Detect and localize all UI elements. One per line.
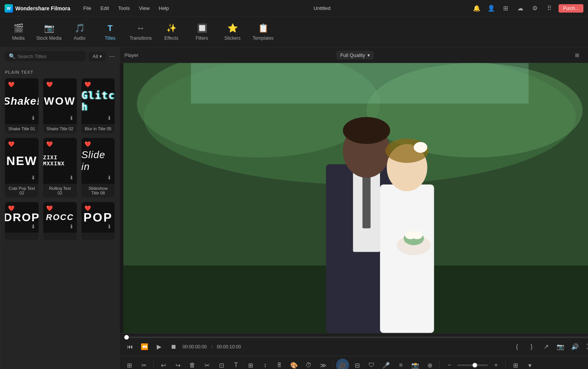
grid-view-button[interactable]: ⊞ xyxy=(509,359,522,369)
title-preview-text: WOW xyxy=(44,95,76,107)
download-icon[interactable]: ⬇ xyxy=(69,115,74,121)
volume-icon[interactable]: 🔊 xyxy=(569,341,581,353)
tab-filters-label: Filters xyxy=(196,36,208,41)
tab-media[interactable]: 🎬 Media xyxy=(3,18,34,46)
title-preview-text: NEW xyxy=(6,154,37,168)
quality-chevron-icon: ▾ xyxy=(367,52,370,58)
zoom-slider[interactable] xyxy=(457,364,488,366)
step-back-button[interactable]: ⏪ xyxy=(139,341,150,353)
player-quality-select[interactable]: Full Quality ▾ xyxy=(336,51,374,60)
download-icon[interactable]: ⬇ xyxy=(107,115,112,121)
trim-button[interactable]: ⊡ xyxy=(215,359,228,369)
download-icon[interactable]: ⬇ xyxy=(107,175,112,181)
select-tool-button[interactable]: ⊞ xyxy=(123,359,136,369)
snapshot-tool-button[interactable]: 📸 xyxy=(409,359,422,369)
progress-bar[interactable] xyxy=(124,337,588,338)
settings-icon[interactable]: ⚙ xyxy=(530,3,540,14)
transform-button[interactable]: ↕ xyxy=(258,359,271,369)
search-input-wrap[interactable]: 🔍 xyxy=(5,51,86,61)
purchase-button[interactable]: Purch... xyxy=(559,4,583,13)
account-icon[interactable]: 👤 xyxy=(486,3,497,14)
search-input[interactable] xyxy=(18,53,82,59)
crop-button[interactable]: ⊞ xyxy=(244,359,257,369)
player-view-icons: ⊞ ⛶ xyxy=(572,50,588,60)
tab-effects[interactable]: ✨ Effects xyxy=(156,18,187,46)
download-icon[interactable]: ⬇ xyxy=(107,223,112,230)
tab-stickers[interactable]: ⭐ Stickers xyxy=(217,18,248,46)
zoom-in-button[interactable]: + xyxy=(489,359,502,369)
zoom-thumb[interactable] xyxy=(473,363,477,367)
audio-icon: 🎵 xyxy=(75,23,85,33)
menu-edit[interactable]: Edit xyxy=(97,4,113,13)
notification-icon[interactable]: 🔔 xyxy=(471,3,482,14)
play-button[interactable]: ▶ xyxy=(153,341,165,353)
undo-button[interactable]: ↩ xyxy=(157,359,170,369)
fullscreen-player-icon[interactable]: ⛶ xyxy=(584,341,588,353)
timer-button[interactable]: ⏱ xyxy=(302,359,315,369)
bracket-right-icon[interactable]: } xyxy=(526,341,537,353)
snapshot-icon[interactable]: 📷 xyxy=(555,341,566,353)
title-card-thumb-shake-02: ❤️ WOW ⬇ xyxy=(43,78,77,124)
cloud-icon[interactable]: ☁ xyxy=(515,3,526,14)
redo-button[interactable]: ↪ xyxy=(171,359,184,369)
title-preview-text: Shake! xyxy=(5,95,39,107)
title-card-shake-02[interactable]: ❤️ WOW ⬇ Shake Title 02 xyxy=(43,78,77,133)
audio-wave-button[interactable]: 🎤 xyxy=(380,359,393,369)
toolbar-separator-1 xyxy=(153,361,154,369)
download-icon[interactable]: ⬇ xyxy=(31,223,36,230)
export-icon[interactable]: ↗ xyxy=(540,341,552,353)
time-total: 00:00:10:00 xyxy=(217,344,241,350)
text-button[interactable]: T xyxy=(229,359,242,369)
filter-label: All xyxy=(93,53,98,59)
title-card-blur-05[interactable]: ❤️ Glitc h ⬇ Blur in Title 05 xyxy=(81,78,115,133)
tab-titles[interactable]: T Titles xyxy=(95,18,125,46)
title-card-drop-02[interactable]: ❤️ ROCC ⬇ xyxy=(43,202,77,240)
color-button[interactable]: 🎨 xyxy=(288,359,300,369)
download-icon[interactable]: ⬇ xyxy=(31,115,36,121)
skip-back-button[interactable]: ⏮ xyxy=(124,341,136,353)
layout-icon[interactable]: ⊞ xyxy=(500,3,511,14)
split-view-icon[interactable]: ⊞ xyxy=(572,50,582,60)
filter-dropdown[interactable]: All ▾ xyxy=(89,52,106,61)
bracket-left-icon[interactable]: { xyxy=(511,341,523,353)
stop-button[interactable]: ⏹ xyxy=(168,341,179,353)
grid-icon[interactable]: ⠿ xyxy=(544,3,555,14)
download-icon[interactable]: ⬇ xyxy=(69,223,74,230)
multi-track-button[interactable]: ≡ xyxy=(394,359,407,369)
menu-help[interactable]: Help xyxy=(155,4,173,13)
tab-transitions[interactable]: ↔ Transitions xyxy=(125,18,156,46)
pip-button[interactable]: ⊟ xyxy=(351,359,364,369)
more-options-button[interactable]: ··· xyxy=(109,52,115,60)
mask-button[interactable]: 🛡 xyxy=(365,359,378,369)
audio-adjust-button[interactable]: 🎚 xyxy=(273,359,286,369)
title-card-shake-01[interactable]: ❤️ Shake! ⬇ Shake Title 01 xyxy=(5,78,39,133)
title-card-pop-01[interactable]: ❤️ POP ⬇ xyxy=(81,202,115,240)
tab-audio[interactable]: 🎵 Audio xyxy=(64,18,95,46)
menu-tools[interactable]: Tools xyxy=(114,4,133,13)
bottom-toolbar: ⊞ ✂ ↩ ↪ 🗑 ✂ ⊡ T ⊞ ↕ 🎚 🎨 ⏱ ≫ 🎥 xyxy=(120,356,588,369)
title-card-rolling-02[interactable]: ❤️ ZIXI MXXINX ⬇ Rolling Text 02 xyxy=(43,138,77,197)
tab-stock-media[interactable]: 📷 Stock Media xyxy=(34,18,64,46)
menu-file[interactable]: File xyxy=(80,4,95,13)
title-card-drop-01[interactable]: ❤️ DROP ⬇ xyxy=(5,202,39,240)
more-tools-button[interactable]: ≫ xyxy=(317,359,330,369)
zoom-out-button[interactable]: − xyxy=(443,359,456,369)
fullscreen-icon[interactable]: ⛶ xyxy=(585,50,588,60)
favorite-icon: ❤️ xyxy=(46,81,53,87)
menu-view[interactable]: View xyxy=(135,4,153,13)
delete-button[interactable]: 🗑 xyxy=(186,359,199,369)
progress-thumb[interactable] xyxy=(124,335,129,340)
download-icon[interactable]: ⬇ xyxy=(69,175,74,181)
tab-templates[interactable]: 📋 Templates xyxy=(248,18,278,46)
title-card-slideshow-08[interactable]: ❤️ Slide in ⬇ Slideshow Title 08 xyxy=(81,138,115,197)
insert-button[interactable]: ⊕ xyxy=(423,359,436,369)
cut-button[interactable]: ✂ xyxy=(200,359,213,369)
tab-effects-label: Effects xyxy=(164,36,178,41)
app-name: Wondershare Filmora xyxy=(15,5,70,11)
razor-tool-button[interactable]: ✂ xyxy=(137,359,150,369)
tab-filters[interactable]: 🔲 Filters xyxy=(187,18,217,46)
list-view-button[interactable]: ▾ xyxy=(523,359,536,369)
title-card-cute-pop-02[interactable]: ❤️ NEW ⬇ Cute Pop Text 02 xyxy=(5,138,39,197)
camera-button[interactable]: 🎥 xyxy=(336,359,349,369)
download-icon[interactable]: ⬇ xyxy=(31,175,36,181)
